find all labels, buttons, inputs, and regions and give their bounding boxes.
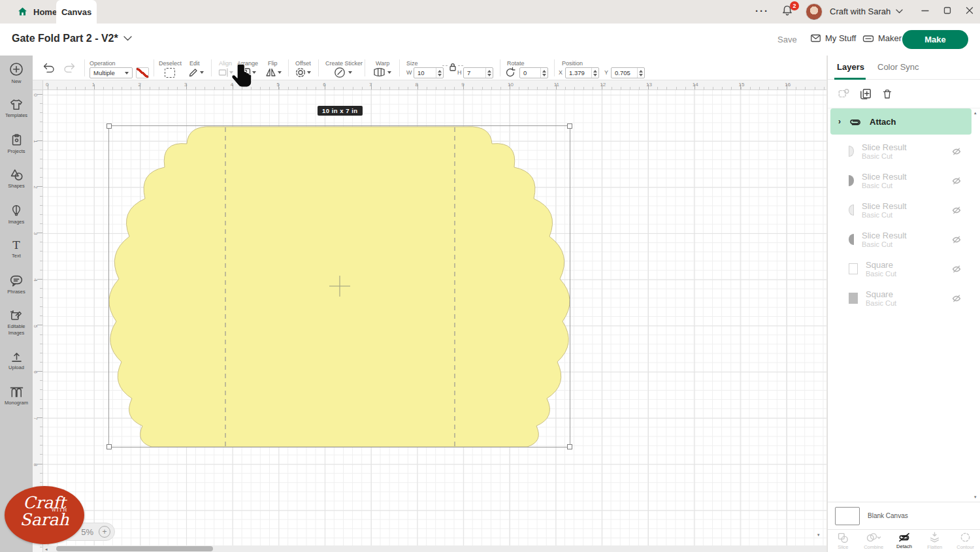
scroll-down-icon[interactable]: ▾: [817, 532, 820, 537]
sidebar-item-phrases[interactable]: Phrases: [0, 267, 33, 302]
new-icon: [9, 62, 24, 76]
offset-icon[interactable]: [295, 67, 306, 78]
layer-row[interactable]: Slice ResultBasic Cut: [830, 137, 972, 166]
contour-button[interactable]: Contour: [950, 530, 980, 552]
layer-row[interactable]: Slice ResultBasic Cut: [830, 195, 972, 225]
scroll-left-icon[interactable]: ◂: [45, 547, 48, 551]
hidden-eye-icon[interactable]: [952, 295, 961, 302]
slice-icon: [838, 532, 849, 543]
offset-label: Offset: [295, 60, 311, 67]
horizontal-ruler: 012345678910111213141516: [43, 80, 826, 90]
tab-canvas-label: Canvas: [61, 7, 91, 17]
hidden-eye-icon[interactable]: [952, 265, 961, 273]
layer-thumbnail-half-right-light: [849, 146, 854, 157]
sidebar-item-shapes[interactable]: Shapes: [0, 161, 33, 197]
caret-icon: [125, 72, 129, 74]
rotate-icon[interactable]: [504, 67, 516, 78]
blank-canvas-label: Blank Canvas: [868, 512, 908, 519]
hidden-eye-icon[interactable]: [952, 148, 961, 155]
selection-box[interactable]: [108, 125, 570, 447]
horizontal-scrollbar[interactable]: ◂: [43, 545, 826, 552]
layer-row[interactable]: SquareBasic Cut: [830, 284, 972, 313]
attach-group-row[interactable]: › Attach: [830, 108, 972, 135]
layer-row[interactable]: SquareBasic Cut: [830, 254, 972, 284]
lock-icon[interactable]: [448, 62, 457, 72]
combine-button[interactable]: Combine: [858, 530, 889, 552]
x-input[interactable]: 1.379: [565, 67, 599, 78]
redo-icon[interactable]: [62, 62, 76, 73]
tab-canvas[interactable]: Canvas: [56, 0, 97, 24]
layer-row[interactable]: Slice ResultBasic Cut: [830, 166, 972, 195]
ruler-number: 5: [33, 325, 39, 327]
project-title-menu[interactable]: Gate Fold Part 2 - V2*: [12, 33, 132, 44]
restore-icon[interactable]: [943, 7, 951, 14]
flatten-button[interactable]: Flatten: [919, 530, 950, 552]
edit-pencil-icon[interactable]: [188, 67, 199, 78]
panel-scroll-down-icon[interactable]: ▾: [974, 495, 977, 499]
warp-icon[interactable]: [373, 67, 385, 77]
width-input[interactable]: 10: [414, 67, 444, 78]
sidebar-item-text[interactable]: T Text: [0, 232, 33, 267]
layers-panel: Layers Color Sync › Attach Slice ResultB…: [827, 56, 980, 552]
contour-icon: [960, 532, 971, 543]
avatar[interactable]: [806, 3, 823, 20]
selection-handle-sw[interactable]: [106, 444, 112, 449]
hidden-eye-icon[interactable]: [952, 236, 961, 244]
sidebar-item-monogram[interactable]: Monogram: [0, 378, 33, 414]
layer-thumbnail-half-right-dark: [849, 175, 854, 186]
flip-icon[interactable]: [265, 67, 276, 78]
canvas-stage[interactable]: 10 in x 7 in ◂: [43, 90, 826, 552]
selection-handle-nw[interactable]: [106, 123, 112, 129]
height-input[interactable]: 7: [463, 67, 493, 78]
slice-button[interactable]: Slice: [828, 530, 858, 552]
panel-scroll-up-icon[interactable]: ▴: [974, 110, 977, 115]
more-options-icon[interactable]: ···: [755, 5, 769, 16]
account-menu[interactable]: Craft with Sarah: [830, 7, 903, 16]
panel-action-bar: Slice Combine Detach Flatten Contour: [828, 529, 980, 552]
duplicate-icon[interactable]: [860, 88, 872, 100]
sidebar-item-editable-images[interactable]: Editable Images: [0, 302, 33, 343]
y-input[interactable]: 0.705: [611, 67, 645, 78]
sidebar-item-new[interactable]: New: [0, 56, 33, 91]
horizontal-scrollbar-thumb[interactable]: [56, 546, 213, 551]
color-swatch[interactable]: [136, 67, 149, 78]
tab-color-sync[interactable]: Color Sync: [877, 62, 919, 72]
trash-icon[interactable]: [882, 88, 892, 100]
detach-button[interactable]: Detach: [889, 530, 920, 552]
ruler-number: 4: [33, 278, 39, 281]
operation-dropdown[interactable]: Multiple: [90, 67, 133, 78]
chevron-right-icon[interactable]: ›: [838, 117, 841, 126]
my-stuff-button[interactable]: My Stuff: [810, 33, 856, 43]
operation-label: Operation: [90, 60, 116, 67]
ruler-number: 8: [33, 463, 39, 466]
zoom-in-icon[interactable]: +: [99, 526, 110, 538]
ruler-number: 6: [33, 370, 39, 373]
minimize-icon[interactable]: [921, 7, 929, 14]
selection-handle-ne[interactable]: [567, 123, 572, 129]
layer-row[interactable]: Slice ResultBasic Cut: [830, 225, 972, 254]
sidebar-item-images[interactable]: Images: [0, 197, 33, 232]
sidebar-item-templates[interactable]: Templates: [0, 91, 33, 126]
close-icon[interactable]: [966, 7, 973, 14]
ruler-number: 7: [369, 82, 372, 88]
hidden-eye-icon[interactable]: [952, 206, 961, 214]
blank-canvas-row[interactable]: Blank Canvas: [828, 502, 980, 529]
hidden-eye-icon[interactable]: [952, 177, 961, 185]
deselect-icon[interactable]: [165, 68, 175, 78]
select-all-icon[interactable]: [838, 88, 849, 99]
deselect-label: Deselect: [159, 60, 182, 67]
app: { "topbar": { "home": "Home", "canvas": …: [0, 0, 980, 552]
selection-handle-se[interactable]: [567, 444, 572, 449]
sidebar-item-upload[interactable]: Upload: [0, 343, 33, 378]
save-button[interactable]: Save: [777, 35, 797, 44]
sidebar-item-projects[interactable]: Projects: [0, 126, 33, 161]
machine-selector[interactable]: Maker: [862, 33, 902, 43]
align-icon[interactable]: [218, 68, 229, 77]
rotate-input[interactable]: 0: [519, 67, 548, 78]
create-sticker-icon[interactable]: [333, 66, 346, 79]
make-button[interactable]: Make: [902, 30, 968, 49]
tab-layers[interactable]: Layers: [837, 62, 864, 72]
undo-icon[interactable]: [42, 62, 56, 73]
tab-home[interactable]: Home: [10, 0, 63, 24]
ruler-number: 9: [461, 82, 464, 88]
